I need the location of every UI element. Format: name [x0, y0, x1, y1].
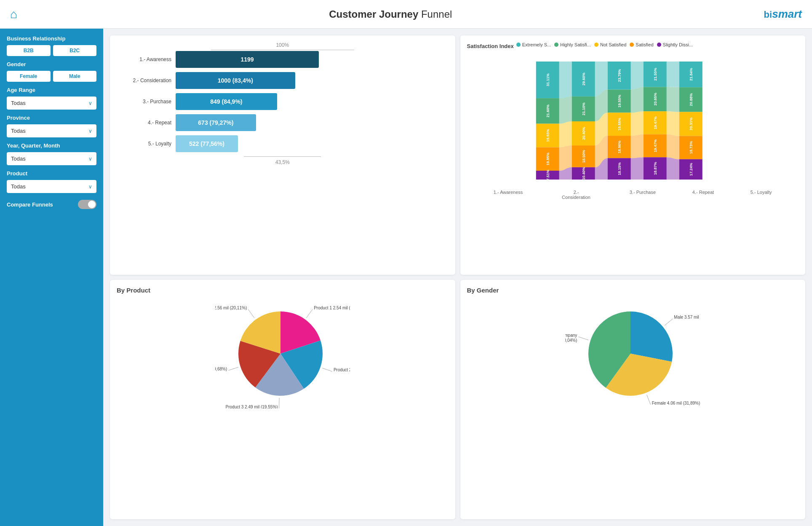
funnel-bar-label: 5.- Loyalty — [121, 141, 176, 147]
sankey-bar-label: 7.51% — [546, 170, 550, 181]
sankey-connection — [630, 62, 643, 90]
bismart-logo: bismart — [764, 8, 802, 21]
sankey-connection — [666, 87, 679, 112]
pie-label-line — [579, 337, 589, 340]
funnel-bar-wrap: 673 (79,27%) — [176, 114, 444, 131]
sankey-connection — [630, 157, 643, 180]
male-button[interactable]: Male — [53, 71, 97, 82]
business-relationship-label: Business Relationship — [7, 35, 96, 42]
sankey-bar-label: 10.40% — [582, 167, 586, 180]
legend-item: Not Satisfied — [594, 42, 626, 47]
funnel-bars: 1.- Awareness 1199 2.- Consideration 100… — [117, 51, 449, 152]
funnel-bottom-label: 43,5% — [117, 159, 449, 165]
funnel-bar-fill: 673 (79,27%) — [176, 114, 256, 131]
legend-item: Extremely S... — [516, 42, 551, 47]
legend-item: Slightly Dissi... — [657, 42, 693, 47]
pie-label-line — [647, 395, 651, 405]
b2b-button[interactable]: B2B — [7, 45, 51, 56]
sankey-bar-label: 20.88% — [689, 93, 693, 106]
legend-label: Highly Satisfi... — [560, 42, 591, 47]
pie-label-text: Product 1 2.54 mil (19,93%) — [314, 306, 350, 310]
sankey-connection — [630, 111, 643, 136]
compare-funnels-row: Compare Funnels — [7, 200, 96, 209]
funnel-bar-fill: 1000 (83,4%) — [176, 72, 295, 89]
sankey-bar-label: 20.40% — [582, 127, 586, 140]
pie-label-line — [665, 319, 673, 325]
sankey-bar-label: 17.24% — [689, 163, 693, 176]
logo-prefix: bi — [764, 9, 772, 20]
funnel-card: 100% 1.- Awareness 1199 2.- Consideratio… — [110, 35, 455, 275]
year-quarter-month-select[interactable]: Todas — [7, 152, 96, 165]
legend-dot — [516, 43, 521, 47]
sankey-connection — [630, 134, 643, 158]
sankey-connection — [666, 62, 679, 87]
female-button[interactable]: Female — [7, 71, 51, 82]
pie-label-text: Product 5 2.56 mil (20,11%) — [215, 306, 247, 310]
by-gender-card: By Gender Male 3.57 mil (28,07%)Female 4… — [460, 280, 806, 519]
pie-label-text: Female 4.06 mil (31,89%) — [652, 401, 700, 405]
pie-label-line — [306, 309, 313, 318]
legend-dot — [554, 43, 558, 47]
sankey-bar-label: 21.84% — [689, 68, 693, 81]
funnel-top-label: 100% — [117, 42, 449, 48]
legend-label: Not Satisfied — [600, 42, 626, 47]
sankey-bar-label: 19.55% — [617, 118, 622, 131]
pie-label-text: Company — [565, 333, 577, 338]
year-quarter-month-wrap: Todas — [7, 152, 96, 165]
legend-row: Extremely S...Highly Satisfi...Not Satis… — [516, 42, 693, 47]
funnel-bar-wrap: 1199 — [176, 51, 444, 68]
sankey-x-labels: 1.- Awareness2.- Consideration3.- Purcha… — [467, 190, 799, 200]
home-icon[interactable]: ⌂ — [10, 8, 17, 21]
product-select-wrap: Todas — [7, 180, 96, 193]
pie-slice[interactable] — [630, 311, 673, 362]
pie-label-line — [228, 367, 238, 370]
sankey-connection — [559, 62, 572, 98]
main-layout: Business Relationship B2B B2C Gender Fem… — [0, 29, 812, 526]
age-range-select[interactable]: Todas — [7, 97, 96, 110]
legend-dot — [594, 43, 598, 47]
sidebar: Business Relationship B2B B2C Gender Fem… — [0, 29, 103, 526]
legend-dot — [630, 43, 634, 47]
product-select[interactable]: Todas — [7, 180, 96, 193]
sankey-svg: 31.11%21.60%19.93%19.85%7.51%29.60%21.10… — [467, 53, 799, 188]
by-product-pie-wrap: Product 1 2.54 mil (19,93%)Product 2 2.6… — [117, 299, 449, 408]
province-select[interactable]: Todas — [7, 124, 96, 137]
compare-funnels-toggle[interactable] — [78, 200, 96, 209]
sankey-x-label: 3.- Purchase — [630, 190, 656, 200]
gender-group: Female Male — [7, 71, 96, 82]
by-product-svg: Product 1 2.54 mil (19,93%)Product 2 2.6… — [215, 299, 350, 408]
age-range-label: Age Range — [7, 87, 96, 93]
sankey-bar-label: 20.65% — [653, 93, 657, 106]
sankey-bar-label: 21.55% — [653, 68, 657, 81]
by-product-card: By Product Product 1 2.54 mil (19,93%)Pr… — [110, 280, 455, 519]
province-select-wrap: Todas — [7, 124, 96, 137]
province-label: Province — [7, 115, 96, 121]
sankey-x-label: 2.- Consideration — [559, 190, 593, 200]
funnel-bar-label: 4.- Repeat — [121, 120, 176, 126]
sankey-connection — [666, 157, 679, 180]
sankey-connection — [559, 145, 572, 171]
funnel-row: 1.- Awareness 1199 — [121, 51, 444, 68]
funnel-bar-label: 1.- Awareness — [121, 56, 176, 62]
sankey-bar-label: 19.47% — [653, 140, 657, 153]
product-label: Product — [7, 170, 96, 177]
b2c-button[interactable]: B2C — [53, 45, 97, 56]
sankey-x-label: 1.- Awareness — [494, 190, 523, 200]
sankey-bar-label: 18.50% — [582, 150, 586, 163]
pie-label-text: 5.1 mil (40,04%) — [565, 338, 577, 343]
sankey-bar-label: 18.87% — [653, 162, 657, 175]
pie-label-line — [279, 398, 279, 408]
legend-dot — [657, 43, 661, 47]
sankey-bar-label: 31.11% — [546, 73, 550, 86]
by-gender-svg: Male 3.57 mil (28,07%)Female 4.06 mil (3… — [565, 299, 700, 408]
sankey-connection — [559, 97, 572, 124]
funnel-row: 4.- Repeat 673 (79,27%) — [121, 114, 444, 131]
sankey-bar-label: 29.60% — [582, 72, 586, 86]
sankey-connection — [666, 134, 679, 159]
sankey-bar-label: 18.15% — [617, 162, 622, 175]
business-relationship-group: B2B B2C — [7, 45, 96, 56]
header: ⌂ Customer Journey Funnel bismart — [0, 0, 812, 29]
sankey-bar-label: 19.93% — [546, 129, 550, 142]
sankey-bar-label: 20.31% — [689, 118, 693, 131]
sankey-bar-label: 18.96% — [617, 140, 622, 153]
